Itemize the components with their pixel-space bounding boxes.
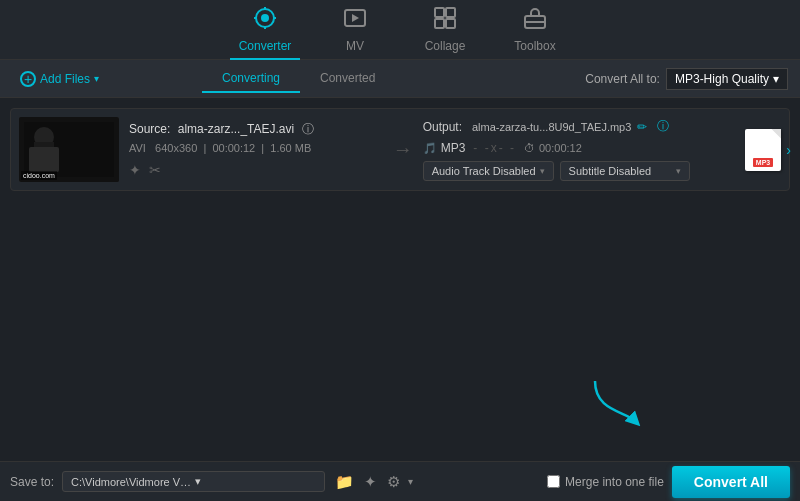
toolbox-icon: [523, 6, 547, 35]
dots-separator: - -x- -: [473, 141, 516, 155]
subtitle-value: Subtitle Disabled: [569, 165, 652, 177]
plus-icon: +: [20, 71, 36, 87]
save-path-value: C:\Vidmore\Vidmore Video Converter\Conve…: [71, 476, 191, 488]
clock-icon: ⏱: [524, 142, 535, 154]
open-folder-button[interactable]: 📁: [333, 471, 356, 493]
top-nav: Converter MV Collage: [0, 0, 800, 60]
merge-checkbox[interactable]: [547, 475, 560, 488]
file-thumbnail: cidoo.com: [19, 117, 119, 182]
source-info: Source: alma-zarz..._TAEJ.avi ⓘ AVI 640x…: [129, 121, 383, 178]
output-format-row: 🎵 MP3 - -x- - ⏱ 00:00:12: [423, 141, 727, 155]
bottom-icons: 📁 ✦ ⚙ ▾: [333, 471, 413, 493]
nav-item-converter[interactable]: Converter: [220, 0, 310, 60]
output-section: Output: alma-zarza-tu...8U9d_TAEJ.mp3 ✏ …: [423, 118, 727, 181]
add-files-button[interactable]: + Add Files ▾: [12, 67, 107, 91]
format-select-value: MP3-High Quality: [675, 72, 769, 86]
svg-rect-10: [446, 19, 455, 28]
settings-dropdown-arrow[interactable]: ▾: [408, 476, 413, 487]
output-duration: 00:00:12: [539, 142, 582, 154]
file-details: AVI 640x360 | 00:00:12 | 1.60 MB: [129, 142, 383, 154]
file-size: 1.60 MB: [270, 142, 311, 154]
arrow-right-icon: →: [393, 138, 413, 161]
svg-rect-8: [446, 8, 455, 17]
save-path-arrow: ▾: [195, 475, 315, 488]
format-icon: 🎵: [423, 142, 437, 155]
file-duration: 00:00:12: [212, 142, 255, 154]
source-filename: alma-zarz..._TAEJ.avi: [178, 122, 294, 136]
file-row: cidoo.com Source: alma-zarz..._TAEJ.avi …: [10, 108, 790, 191]
format-thumb-container: MP3 ›: [745, 129, 781, 171]
main-area: cidoo.com Source: alma-zarz..._TAEJ.avi …: [0, 98, 800, 461]
nav-label-toolbox: Toolbox: [514, 39, 555, 53]
merge-label[interactable]: Merge into one file: [565, 475, 664, 489]
nav-label-converter: Converter: [239, 39, 292, 53]
format-select-arrow: ▾: [773, 72, 779, 86]
file-resolution: 640x360: [155, 142, 197, 154]
save-path-dropdown[interactable]: C:\Vidmore\Vidmore Video Converter\Conve…: [62, 471, 325, 492]
subtitle-arrow: ▾: [676, 166, 681, 176]
edit-output-icon[interactable]: ✏: [637, 120, 647, 134]
audio-track-dropdown[interactable]: Audio Track Disabled ▾: [423, 161, 554, 181]
output-duration-badge: ⏱ 00:00:12: [524, 142, 582, 154]
dropdown-row: Audio Track Disabled ▾ Subtitle Disabled…: [423, 161, 727, 181]
file-actions: ✦ ✂: [129, 162, 383, 178]
thumbnail-inner: cidoo.com: [19, 117, 119, 182]
audio-track-value: Audio Track Disabled: [432, 165, 536, 177]
output-label: Output:: [423, 120, 462, 134]
convert-all-button[interactable]: Convert All: [672, 466, 790, 498]
svg-rect-9: [435, 19, 444, 28]
enhance-settings-button[interactable]: ✦: [362, 471, 379, 493]
output-filename: alma-zarza-tu...8U9d_TAEJ.mp3: [472, 121, 631, 133]
source-label: Source:: [129, 122, 170, 136]
output-name-row: Output: alma-zarza-tu...8U9d_TAEJ.mp3 ✏ …: [423, 118, 727, 135]
svg-rect-16: [29, 147, 59, 172]
nav-item-collage[interactable]: Collage: [400, 0, 490, 60]
tab-converting[interactable]: Converting: [202, 65, 300, 93]
bottom-bar: Save to: C:\Vidmore\Vidmore Video Conver…: [0, 461, 800, 501]
cut-icon[interactable]: ✂: [149, 162, 161, 178]
svg-point-1: [261, 14, 269, 22]
file-format: AVI: [129, 142, 146, 154]
output-format-value: MP3: [441, 141, 466, 155]
add-files-label: Add Files: [40, 72, 90, 86]
enhance-icon[interactable]: ✦: [129, 162, 141, 178]
nav-item-mv[interactable]: MV: [310, 0, 400, 60]
save-to-label: Save to:: [10, 475, 54, 489]
collage-icon: [433, 6, 457, 35]
status-tabs: Converting Converted: [202, 65, 395, 93]
source-info-icon[interactable]: ⓘ: [302, 122, 314, 136]
merge-checkbox-group: Merge into one file: [547, 475, 664, 489]
format-select-dropdown[interactable]: MP3-High Quality ▾: [666, 68, 788, 90]
nav-label-collage: Collage: [425, 39, 466, 53]
nav-item-toolbox[interactable]: Toolbox: [490, 0, 580, 60]
add-files-dropdown-arrow: ▾: [94, 73, 99, 84]
tab-converted[interactable]: Converted: [300, 65, 395, 93]
output-format-badge: 🎵 MP3: [423, 141, 466, 155]
format-thumb: MP3: [745, 129, 781, 171]
convert-all-to-label: Convert All to:: [585, 72, 660, 86]
svg-rect-7: [435, 8, 444, 17]
converter-icon: [253, 6, 277, 35]
mv-icon: [343, 6, 367, 35]
subtitle-dropdown[interactable]: Subtitle Disabled ▾: [560, 161, 690, 181]
settings-button[interactable]: ⚙: [385, 471, 402, 493]
nav-label-mv: MV: [346, 39, 364, 53]
svg-rect-18: [34, 142, 54, 147]
output-info-icon[interactable]: ⓘ: [657, 118, 669, 135]
format-change-icon[interactable]: ›: [786, 142, 791, 158]
format-thumb-label: MP3: [753, 158, 773, 167]
format-thumb-corner: [771, 129, 781, 139]
source-name-row: Source: alma-zarz..._TAEJ.avi ⓘ: [129, 121, 383, 138]
toolbar: + Add Files ▾ Converting Converted Conve…: [0, 60, 800, 98]
watermark: cidoo.com: [21, 171, 57, 180]
convert-all-to-section: Convert All to: MP3-High Quality ▾: [585, 68, 788, 90]
audio-track-arrow: ▾: [540, 166, 545, 176]
